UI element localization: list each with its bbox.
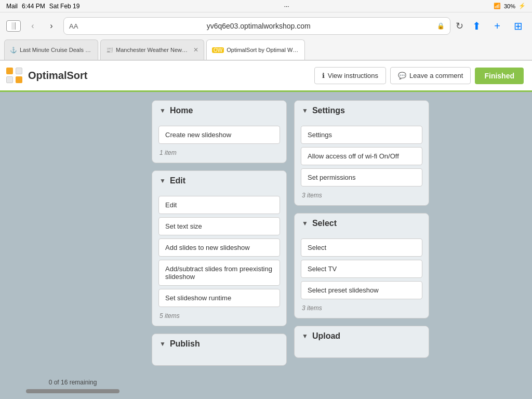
activity-dots: ··· bbox=[284, 3, 289, 10]
select-body: Select Select TV Select preset slideshow… bbox=[295, 233, 429, 318]
publish-title: Publish bbox=[170, 339, 200, 349]
mail-indicator: Mail bbox=[6, 3, 18, 10]
category-card-publish: ▼ Publish bbox=[152, 334, 287, 366]
url-bar[interactable]: AA yv6q6e03.optimalworkshop.com 🔒 bbox=[63, 17, 450, 35]
edit-item-count: 5 items bbox=[158, 312, 280, 320]
sidebar-toggle-button[interactable] bbox=[6, 20, 21, 32]
left-panel: 0 of 16 remaining bbox=[0, 92, 145, 399]
progress-bar bbox=[26, 389, 119, 393]
list-item[interactable]: Settings bbox=[301, 126, 422, 144]
browser-chrome: ‹ › AA yv6q6e03.optimalworkshop.com 🔒 ↻ … bbox=[0, 12, 532, 61]
back-button[interactable]: ‹ bbox=[26, 19, 39, 33]
settings-header[interactable]: ▼ Settings bbox=[295, 101, 429, 121]
tabs-bar: ⚓ Last Minute Cruise Deals - Sorted by D… bbox=[0, 39, 532, 60]
weather-tab-close[interactable]: ✕ bbox=[193, 46, 198, 54]
upload-title: Upload bbox=[312, 331, 340, 341]
upload-header[interactable]: ▼ Upload bbox=[295, 326, 429, 346]
cruise-tab-favicon: ⚓ bbox=[10, 47, 17, 54]
app-logo: OptimalSort bbox=[6, 68, 87, 84]
finished-label: Finished bbox=[484, 72, 514, 80]
weather-tab-favicon: 📰 bbox=[106, 47, 113, 54]
main-content: 0 of 16 remaining ▼ Home Create new slid… bbox=[0, 92, 532, 399]
home-title: Home bbox=[170, 106, 193, 115]
comment-icon: 💬 bbox=[398, 72, 406, 79]
edit-body: Edit Set text size Add slides to new sli… bbox=[152, 191, 286, 326]
date-display: Sat Feb 19 bbox=[49, 3, 80, 10]
text-size-button[interactable]: AA bbox=[69, 22, 78, 30]
home-header[interactable]: ▼ Home bbox=[152, 101, 286, 121]
logo-icon bbox=[6, 68, 23, 84]
logo-square-br bbox=[16, 76, 22, 83]
share-button[interactable]: ⬆ bbox=[469, 18, 484, 34]
new-tab-button[interactable]: + bbox=[489, 18, 505, 34]
leave-comment-button[interactable]: 💬 Leave a comment bbox=[390, 67, 471, 84]
optimalsort-tab-favicon: OW bbox=[212, 47, 224, 53]
wifi-icon: 📶 bbox=[494, 3, 501, 9]
category-card-select: ▼ Select Select Select TV Select preset … bbox=[294, 213, 429, 318]
lock-icon: 🔒 bbox=[437, 22, 445, 30]
edit-header[interactable]: ▼ Edit bbox=[152, 171, 286, 191]
app-name: OptimalSort bbox=[28, 70, 87, 82]
optimalsort-tab-label: OptimalSort by Optimal Workshop bbox=[227, 47, 299, 53]
tab-optimalsort[interactable]: OW OptimalSort by Optimal Workshop bbox=[206, 39, 305, 60]
view-instructions-label: View instructions bbox=[328, 72, 378, 79]
info-icon: ℹ bbox=[322, 72, 325, 79]
publish-chevron-icon: ▼ bbox=[159, 340, 166, 348]
list-item[interactable]: Edit bbox=[158, 196, 280, 214]
reload-button[interactable]: ↻ bbox=[456, 20, 463, 32]
settings-title: Settings bbox=[312, 106, 345, 115]
home-body: Create new slideshow 1 item bbox=[152, 121, 286, 163]
browser-toolbar: ‹ › AA yv6q6e03.optimalworkshop.com 🔒 ↻ … bbox=[0, 12, 532, 39]
list-item[interactable]: Select bbox=[301, 238, 422, 257]
list-item[interactable]: Add/subtract slides from preexisting sli… bbox=[158, 260, 280, 286]
battery-display: 30% bbox=[504, 3, 515, 9]
remaining-text: 0 of 16 remaining bbox=[49, 379, 97, 386]
weather-tab-label: Manchester Weather News – New Hampshire.… bbox=[116, 47, 189, 53]
list-item[interactable]: Create new slideshow bbox=[158, 126, 280, 144]
home-item-count: 1 item bbox=[158, 149, 280, 156]
url-display: yv6q6e03.optimalworkshop.com bbox=[84, 22, 433, 30]
cruise-tab-label: Last Minute Cruise Deals - Sorted by Dep… bbox=[20, 47, 92, 53]
category-card-home: ▼ Home Create new slideshow 1 item bbox=[152, 100, 287, 163]
list-item[interactable]: Set slideshow runtime bbox=[158, 289, 280, 307]
view-instructions-button[interactable]: ℹ View instructions bbox=[314, 67, 386, 84]
logo-square-bl bbox=[6, 76, 13, 83]
category-card-upload: ▼ Upload bbox=[294, 326, 429, 358]
category-card-edit: ▼ Edit Edit Set text size Add slides to … bbox=[152, 170, 287, 326]
publish-header[interactable]: ▼ Publish bbox=[152, 334, 286, 354]
list-item[interactable]: Allow access off of wi-fi On/Off bbox=[301, 147, 422, 165]
select-header[interactable]: ▼ Select bbox=[295, 214, 429, 233]
category-card-settings: ▼ Settings Settings Allow access off of … bbox=[294, 100, 429, 206]
leave-comment-label: Leave a comment bbox=[409, 72, 463, 79]
finished-button[interactable]: Finished bbox=[475, 68, 524, 84]
list-item[interactable]: Add slides to new slideshow bbox=[158, 238, 280, 257]
tab-cruise[interactable]: ⚓ Last Minute Cruise Deals - Sorted by D… bbox=[4, 39, 98, 60]
settings-body: Settings Allow access off of wi-fi On/Of… bbox=[295, 121, 429, 205]
forward-button[interactable]: › bbox=[45, 19, 58, 33]
home-chevron-icon: ▼ bbox=[159, 107, 166, 114]
list-item[interactable]: Set permissions bbox=[301, 168, 422, 187]
time-display: 6:44 PM bbox=[22, 3, 45, 10]
edit-chevron-icon: ▼ bbox=[159, 177, 166, 184]
settings-chevron-icon: ▼ bbox=[302, 107, 308, 114]
list-item[interactable]: Set text size bbox=[158, 217, 280, 235]
app-header: OptimalSort ℹ View instructions 💬 Leave … bbox=[0, 61, 532, 92]
status-bar: Mail 6:44 PM Sat Feb 19 ··· 📶 30% ⚡ bbox=[0, 0, 532, 12]
cards-area: ▼ Home Create new slideshow 1 item ▼ Edi… bbox=[145, 92, 532, 399]
tab-weather[interactable]: 📰 Manchester Weather News – New Hampshir… bbox=[100, 39, 204, 60]
logo-square-tl bbox=[6, 68, 13, 74]
right-column: ▼ Settings Settings Allow access off of … bbox=[294, 100, 429, 391]
upload-body bbox=[295, 346, 429, 357]
logo-square-tr bbox=[16, 68, 22, 74]
upload-chevron-icon: ▼ bbox=[302, 332, 308, 340]
select-chevron-icon: ▼ bbox=[302, 220, 308, 227]
select-title: Select bbox=[312, 219, 337, 228]
left-column: ▼ Home Create new slideshow 1 item ▼ Edi… bbox=[152, 100, 287, 391]
battery-icon: ⚡ bbox=[518, 3, 526, 9]
list-item[interactable]: Select preset slideshow bbox=[301, 281, 422, 299]
select-item-count: 3 items bbox=[301, 304, 422, 312]
header-actions: ℹ View instructions 💬 Leave a comment Fi… bbox=[314, 67, 524, 84]
list-item[interactable]: Select TV bbox=[301, 260, 422, 278]
tab-switcher-button[interactable]: ⊞ bbox=[510, 18, 526, 34]
settings-item-count: 3 items bbox=[301, 192, 422, 199]
